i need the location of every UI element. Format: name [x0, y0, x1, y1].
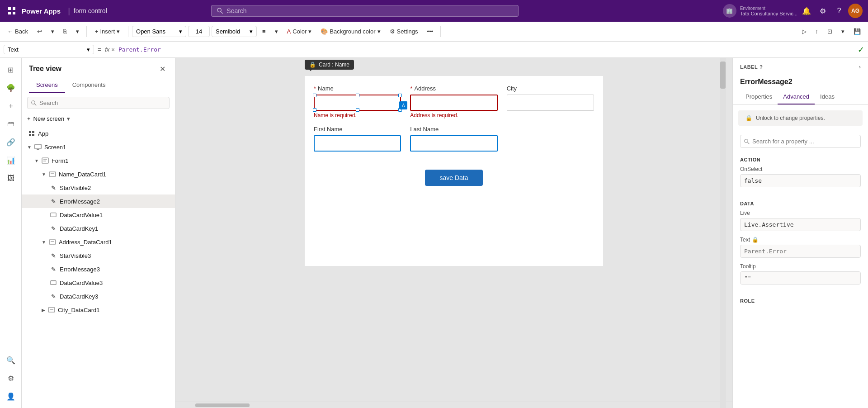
vscroll[interactable] [720, 58, 726, 408]
tree-item-datacardkey3[interactable]: ✎ DataCardKey3 [22, 289, 175, 303]
publish-icon[interactable]: ↑ [812, 26, 822, 37]
app-subtitle: form control [74, 7, 107, 14]
tree-item-datacardkey1[interactable]: ✎ DataCardKey1 [22, 222, 175, 235]
font-weight-dropdown[interactable]: Semibold ▾ [212, 26, 257, 37]
tree-item-errormessage3[interactable]: ✎ ErrorMessage3 [22, 262, 175, 276]
text-align-dropdown[interactable]: ▾ [271, 26, 282, 37]
connections-icon[interactable]: 🔗 [3, 134, 19, 150]
search-left-icon[interactable]: 🔍 [3, 352, 19, 368]
home-icon[interactable]: ⊞ [3, 62, 19, 78]
font-size-input[interactable] [188, 26, 210, 37]
data-section: DATA Live Text 🔒 Tooltip [733, 195, 868, 293]
city-input[interactable] [507, 95, 594, 111]
top-search[interactable] [211, 5, 519, 17]
right-panel-tabs: Properties Advanced Ideas [733, 90, 868, 105]
address-input[interactable] [410, 95, 497, 111]
svg-rect-12 [35, 144, 41, 149]
tree-search-input[interactable] [39, 100, 165, 106]
svg-rect-8 [29, 131, 31, 133]
text-input[interactable] [740, 245, 861, 258]
user-avatar[interactable]: AG [848, 4, 863, 18]
lock-banner: 🔒 Unlock to change properties. [738, 110, 863, 126]
canvas-wrapper: 🔒 Card : Name *Name [175, 58, 732, 408]
tab-properties[interactable]: Properties [740, 90, 778, 104]
account-icon[interactable]: 👤 [3, 388, 19, 404]
tree-item-city-datacard1[interactable]: ▶ City_DataCard1 [22, 303, 175, 317]
firstname-input[interactable] [314, 135, 401, 152]
svg-rect-11 [32, 134, 34, 136]
insert-icon[interactable]: ＋ [3, 98, 19, 114]
label-help-icon[interactable]: ? [760, 64, 763, 70]
tree-item-name-datacard1[interactable]: ▼ Name_DataCard1 [22, 167, 175, 181]
field-address: *Address Address is required. [410, 85, 497, 119]
right-panel-element-name: ErrorMessage2 [733, 74, 868, 90]
svg-rect-2 [8, 12, 11, 14]
svg-point-4 [217, 8, 221, 12]
settings-icon[interactable]: ⚙ [816, 4, 830, 18]
svg-rect-1 [13, 7, 15, 10]
save-data-button[interactable]: save Data [425, 170, 482, 186]
property-dropdown[interactable]: Text ▾ [4, 45, 94, 54]
card-tooltip: 🔒 Card : Name [305, 60, 354, 70]
font-dropdown[interactable]: Open Sans ▾ [132, 26, 186, 37]
tree-item-datacardvalue3[interactable]: DataCardValue3 [22, 276, 175, 289]
settings-button[interactable]: ⚙ Settings [386, 26, 422, 37]
expand-icon[interactable]: ⊡ [824, 26, 836, 37]
tab-components[interactable]: Components [65, 78, 113, 93]
toolbar: ← Back ↩ ▾ ⎘ ▾ + Insert ▾ Open Sans ▾ Se… [0, 22, 868, 42]
tree-item-screen1[interactable]: ▼ Screen1 [22, 140, 175, 154]
more-options-icon[interactable]: ••• [424, 26, 437, 37]
svg-rect-20 [51, 213, 56, 217]
formula-confirm-icon[interactable]: ✓ [858, 45, 864, 55]
preview-icon[interactable]: ▷ [798, 26, 810, 37]
tree-close-button[interactable]: ✕ [157, 63, 168, 74]
formula-input[interactable] [118, 46, 854, 53]
tree-item-address-datacard1[interactable]: ▼ Address_DataCard1 [22, 235, 175, 249]
field-empty [507, 126, 594, 152]
copy-button[interactable]: ⎘ [60, 26, 71, 37]
environment-info: 🏢 Environment Tata Consultancy Servic... [723, 4, 797, 18]
tree-item-starvisible3[interactable]: ✎ StarVisible3 [22, 249, 175, 262]
top-search-input[interactable] [226, 7, 512, 14]
lastname-input[interactable] [410, 135, 497, 152]
history-dropdown[interactable]: ▾ [838, 26, 848, 37]
color-button[interactable]: A Color ▾ [283, 26, 316, 37]
media-icon[interactable]: 🖼 [3, 170, 19, 186]
right-panel-search [740, 135, 861, 148]
apps-grid-icon[interactable] [5, 5, 18, 17]
help-icon[interactable]: ? [832, 4, 846, 18]
text-align-icon[interactable]: ≡ [259, 26, 269, 37]
tree-item-starvisible2[interactable]: ✎ StarVisible2 [22, 181, 175, 195]
form-card: 🔒 Card : Name *Name [305, 76, 603, 266]
tab-ideas[interactable]: Ideas [815, 90, 840, 104]
variables-icon[interactable]: 📊 [3, 152, 19, 168]
back-button[interactable]: ← Back [4, 26, 32, 37]
tree-item-form1[interactable]: ▼ Form1 [22, 154, 175, 167]
notifications-icon[interactable]: 🔔 [799, 4, 814, 18]
data-icon[interactable]: 🗃 [3, 116, 19, 132]
bg-color-button[interactable]: 🎨 Background color ▾ [317, 26, 384, 37]
tree-view-icon[interactable]: 🌳 [3, 80, 19, 96]
save-status-icon[interactable]: 💾 [850, 26, 864, 37]
settings-left-icon[interactable]: ⚙ [3, 370, 19, 386]
tab-advanced[interactable]: Advanced [778, 90, 815, 104]
tree-item-datacardvalue1[interactable]: DataCardValue1 [22, 208, 175, 222]
insert-button[interactable]: + Insert ▾ [90, 26, 124, 37]
svg-rect-0 [8, 7, 11, 10]
hscrollbar[interactable] [175, 402, 732, 408]
tooltip-input[interactable] [740, 271, 861, 285]
fx-button[interactable]: fx × [105, 46, 115, 53]
tree-item-app[interactable]: App [22, 127, 175, 140]
right-panel-expand-button[interactable]: › [859, 63, 861, 70]
role-section: ROLE [733, 293, 868, 310]
live-input[interactable] [740, 218, 861, 231]
canvas-scroll[interactable]: 🔒 Card : Name *Name [175, 58, 732, 402]
onselect-input[interactable] [740, 174, 861, 187]
undo-button[interactable]: ↩ [33, 26, 46, 37]
right-search-input[interactable] [752, 138, 857, 145]
undo-dropdown[interactable]: ▾ [47, 26, 58, 37]
tab-screens[interactable]: Screens [29, 78, 65, 93]
new-screen-button[interactable]: + New screen ▾ [22, 113, 175, 125]
tree-item-errormessage2[interactable]: ✎ ErrorMessage2 ••• [22, 195, 175, 208]
paste-dropdown[interactable]: ▾ [72, 26, 83, 37]
